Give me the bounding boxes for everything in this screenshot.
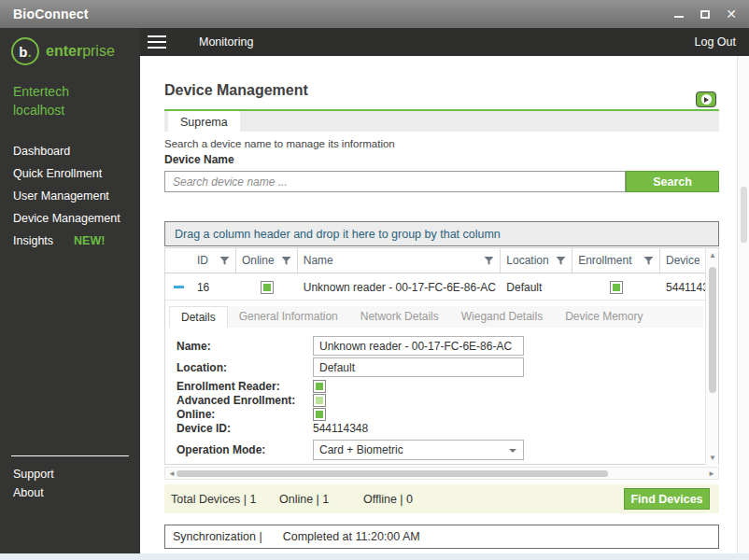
column-header-name[interactable]: Name <box>298 248 502 273</box>
search-hint-text: Search a device name to manage its infor… <box>164 138 395 149</box>
content-scroll-thumb[interactable] <box>741 187 747 243</box>
grid-header-row: ID Online Name Location Enrollment <box>165 248 705 273</box>
online-checkbox[interactable] <box>261 281 274 294</box>
hamburger-menu-icon[interactable] <box>148 35 166 49</box>
online-detail-checkbox[interactable] <box>313 408 326 421</box>
sync-label: Synchronization | <box>173 530 262 543</box>
logout-button[interactable]: Log Out <box>695 35 736 49</box>
name-label: Name: <box>177 340 313 353</box>
find-devices-button[interactable]: Find Devices <box>624 488 710 510</box>
logo-circle-icon: b. <box>11 37 39 65</box>
cell-device-serial: 544114348 <box>660 281 705 294</box>
scroll-up-icon[interactable]: ▲ <box>706 251 719 259</box>
advanced-enrollment-label: Advanced Enrollment: <box>177 394 313 407</box>
app-window: BioConnect ✕ b. enterprise Entertech loc… <box>0 0 749 560</box>
scroll-down-icon[interactable]: ▼ <box>706 454 719 462</box>
advanced-enrollment-checkbox[interactable] <box>313 394 326 407</box>
window-controls: ✕ <box>669 0 742 28</box>
content-vertical-scrollbar[interactable] <box>737 56 749 553</box>
enrollment-reader-label: Enrollment Reader: <box>177 380 313 393</box>
sidebar-item-user-management[interactable]: User Management <box>0 185 140 207</box>
minimize-button[interactable] <box>669 4 689 24</box>
collapse-row-icon[interactable] <box>174 286 184 288</box>
operation-mode-label: Operation Mode: <box>177 443 313 456</box>
sidebar: b. enterprise Entertech localhost Dashbo… <box>0 28 140 553</box>
vertical-scroll-thumb[interactable] <box>709 267 716 393</box>
server-name: Entertech localhost <box>0 65 140 119</box>
online-label: Online: <box>177 408 313 421</box>
column-header-enrollment[interactable]: Enrollment <box>572 248 660 273</box>
close-button[interactable]: ✕ <box>721 4 742 24</box>
minimize-icon <box>674 16 684 18</box>
device-row[interactable]: 16 Unknown reader - 00-17-FC-6E-86-AC De… <box>165 274 705 301</box>
scroll-right-icon[interactable]: ► <box>708 469 715 479</box>
sidebar-menu: Dashboard Quick Enrollment User Manageme… <box>0 119 140 252</box>
filter-icon[interactable] <box>556 256 566 266</box>
horizontal-scroll-thumb[interactable] <box>177 470 608 477</box>
filter-icon[interactable] <box>281 256 291 266</box>
synchronization-status-bar: Synchronization | Completed at 11:20:00 … <box>164 525 719 549</box>
tab-network-details[interactable]: Network Details <box>349 306 450 328</box>
grid-vertical-scrollbar[interactable]: ▲ ▼ <box>705 248 718 465</box>
tab-wiegand-details[interactable]: Wiegand Details <box>450 306 554 328</box>
device-grid: ID Online Name Location Enrollment <box>164 247 719 465</box>
location-label: Location: <box>177 361 313 374</box>
column-header-location[interactable]: Location <box>501 248 572 273</box>
column-header-id[interactable]: ID <box>191 248 236 273</box>
enrollment-reader-checkbox[interactable] <box>313 380 326 393</box>
column-header-online[interactable]: Online <box>236 248 298 273</box>
sidebar-divider <box>11 455 129 456</box>
nav-monitoring[interactable]: Monitoring <box>199 35 253 49</box>
maximize-button[interactable] <box>695 4 715 24</box>
sidebar-item-support[interactable]: Support <box>0 465 140 483</box>
cell-device-location: Default <box>501 281 572 294</box>
sidebar-item-dashboard[interactable]: Dashboard <box>0 140 140 162</box>
cell-device-name: Unknown reader - 00-17-FC-6E-86-AC <box>298 281 502 294</box>
column-header-device-id[interactable]: Device I <box>660 248 705 273</box>
sidebar-item-device-management[interactable]: Device Management <box>0 207 140 230</box>
sidebar-footer: Support About <box>0 465 140 502</box>
window-bottom-border <box>0 553 749 560</box>
content-area: Device Management Suprema Search a devic… <box>141 56 749 553</box>
grid-horizontal-scrollbar[interactable]: ◄ ► <box>164 467 719 480</box>
operation-mode-dropdown[interactable]: Card + Biometric <box>313 440 524 460</box>
filter-icon[interactable] <box>219 256 230 266</box>
top-bar: Monitoring Log Out <box>140 28 749 56</box>
online-count: Online | 1 <box>279 493 360 506</box>
sidebar-item-quick-enrollment[interactable]: Quick Enrollment <box>0 162 140 185</box>
new-badge: NEW! <box>74 230 105 252</box>
play-tutorial-button[interactable] <box>696 91 716 107</box>
close-icon: ✕ <box>726 7 737 21</box>
enterprise-logo: b. enterprise <box>0 28 140 65</box>
title-bar: BioConnect ✕ <box>0 0 749 28</box>
vendor-tabstrip: Suprema <box>164 109 719 132</box>
device-id-value: 544114348 <box>313 422 368 435</box>
chevron-down-icon <box>509 449 516 453</box>
group-by-drop-zone[interactable]: Drag a column header and drop it here to… <box>164 221 719 246</box>
window-title: BioConnect <box>0 7 89 21</box>
expand-column-header <box>165 248 191 273</box>
tab-device-memory[interactable]: Device Memory <box>554 306 654 328</box>
total-devices-count: Total Devices | 1 <box>168 493 276 506</box>
sidebar-item-insights[interactable]: Insights NEW! <box>0 230 140 252</box>
tab-general-information[interactable]: General Information <box>228 306 349 328</box>
device-summary-bar: Total Devices | 1 Online | 1 Offline | 0… <box>164 484 719 513</box>
sidebar-item-about[interactable]: About <box>0 483 140 502</box>
device-id-label: Device ID: <box>177 422 313 435</box>
device-search-input[interactable] <box>164 171 626 192</box>
filter-icon[interactable] <box>643 256 654 266</box>
location-field[interactable] <box>313 357 524 377</box>
logo-wordmark: enterprise <box>46 43 115 60</box>
name-field[interactable] <box>313 336 524 356</box>
sync-value: Completed at 11:20:00 AM <box>283 530 420 543</box>
tab-suprema[interactable]: Suprema <box>168 111 240 133</box>
tab-details[interactable]: Details <box>169 306 228 328</box>
offline-count: Offline | 0 <box>363 493 444 506</box>
enrollment-checkbox[interactable] <box>610 281 623 294</box>
filter-icon[interactable] <box>484 256 494 266</box>
search-button[interactable]: Search <box>626 171 719 192</box>
scroll-left-icon[interactable]: ◄ <box>168 469 176 479</box>
device-name-label: Device Name <box>164 153 234 166</box>
cell-device-id: 16 <box>191 281 236 294</box>
maximize-icon <box>700 10 710 19</box>
